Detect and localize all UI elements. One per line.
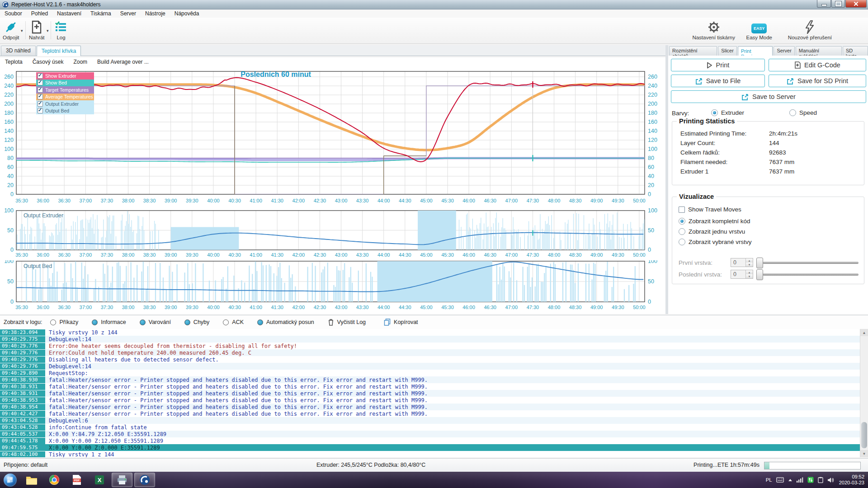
viz-radio-zobrazit-vybran-vrstvy[interactable]: Zobrazit vybrané vrstvy: [679, 239, 752, 245]
start-button[interactable]: [4, 474, 17, 487]
first-layer-spinner[interactable]: 0 ▲▼: [731, 258, 753, 267]
log-row[interactable]: 09:44:05.537X:0.00 Y:84.79 Z:12.050 E:35…: [0, 431, 868, 437]
log-row[interactable]: 09:40:29.776Error:Could not hold tempera…: [0, 349, 868, 356]
taskbar-clock[interactable]: 09:52 2020-03-23: [839, 474, 864, 486]
taskbar-explorer-button[interactable]: [21, 473, 42, 487]
speaker-icon[interactable]: [827, 477, 834, 483]
menu-item-n-pov-da[interactable]: Nápověda: [170, 10, 204, 17]
menu-item-n-stroje[interactable]: Nástroje: [141, 10, 170, 17]
log-row[interactable]: 09:40:29.775DebugLevel:14: [0, 336, 868, 343]
printer-settings-button[interactable]: Nastavení tiskárny: [692, 19, 735, 40]
maximize-button[interactable]: [831, 0, 845, 8]
chart-menu-zoom[interactable]: Zoom: [68, 58, 92, 66]
emergency-stop-button[interactable]: Nouzové přerušení: [788, 19, 832, 40]
legend-checkbox-icon[interactable]: [38, 101, 43, 107]
menu-item-soubor[interactable]: Soubor: [0, 10, 27, 17]
legend-checkbox-icon[interactable]: [38, 87, 43, 93]
edit-gcode-button[interactable]: Edit G-Code: [769, 59, 866, 71]
last-layer-slider[interactable]: [756, 269, 859, 279]
viz-radio-zobrazit-jednu-vrstvu[interactable]: Zobrazit jednu vrstvu: [679, 228, 745, 235]
log-row[interactable]: 09:40:29.776DebugLevel:14: [0, 363, 868, 370]
legend-item-show-bed[interactable]: Show Bed: [36, 80, 94, 87]
log-row[interactable]: 09:44:45.178X:0.00 Y:0.00 Z:12.050 E:355…: [0, 437, 868, 444]
log-view[interactable]: 09:38:23.094Tisky vrstvy 10 z 14409:40:2…: [0, 329, 868, 457]
sync-icon[interactable]: [807, 477, 814, 483]
taskbar-excel-button[interactable]: X: [89, 473, 110, 487]
close-button[interactable]: [845, 0, 867, 8]
log-filter-automatick-posun[interactable]: Automatický posun: [257, 319, 314, 325]
language-badge[interactable]: PL: [766, 477, 772, 483]
log-row[interactable]: 09:48:02.100Tisky vrstvy 1 z 144: [0, 451, 868, 457]
taskbar-repetier-host-button[interactable]: [134, 473, 155, 487]
clipboard-icon[interactable]: [818, 477, 823, 483]
log-row[interactable]: 09:40:42.427fatal:Heater/sensor error - …: [0, 410, 868, 417]
show-travel-moves-checkbox[interactable]: Show Travel Moves: [679, 206, 741, 213]
chart-menu-asov-sek[interactable]: Časový úsek: [28, 58, 69, 66]
copy-log-button[interactable]: Kopírovat: [384, 319, 418, 326]
scroll-down-icon[interactable]: ▼: [860, 450, 868, 457]
taskbar-chrome-button[interactable]: [44, 473, 65, 487]
colors-speed-radio[interactable]: Speed: [789, 109, 817, 116]
network-signal-icon[interactable]: [797, 477, 803, 483]
upload-dropdown[interactable]: ▾: [47, 28, 49, 33]
disconnect-button[interactable]: Odpojit: [3, 19, 19, 40]
log-filter-p-kazy[interactable]: Příkazy: [50, 319, 78, 325]
legend-item-show-extruder[interactable]: Show Extruder: [36, 72, 94, 80]
log-row[interactable]: 09:40:38.953fatal:Heater/sensor error - …: [0, 397, 868, 404]
log-filter-informace[interactable]: Informace: [92, 319, 126, 325]
menu-item-server[interactable]: Server: [116, 10, 141, 17]
log-toggle-button[interactable]: Log: [54, 19, 68, 40]
minimize-button[interactable]: [817, 0, 831, 8]
log-row[interactable]: 09:40:29.776Disabling all heaters due to…: [0, 356, 868, 363]
legend-checkbox-icon[interactable]: [38, 73, 43, 79]
legend-checkbox-icon[interactable]: [38, 94, 43, 99]
log-filter-chyby[interactable]: Chyby: [184, 319, 209, 325]
first-layer-slider[interactable]: [756, 258, 859, 267]
log-row[interactable]: 09:40:29.776Error:One heater seems decou…: [0, 343, 868, 349]
log-filter-varov-n[interactable]: Varování: [140, 319, 171, 325]
tab-rozm-st-n-objekt[interactable]: Rozmístění objektů: [669, 46, 717, 56]
log-row[interactable]: 09:43:04.528DebugLevel:6: [0, 417, 868, 424]
tab-manu-ln-ovl-d-n[interactable]: Manuální ovládání: [796, 46, 842, 56]
legend-checkbox-icon[interactable]: [38, 108, 43, 113]
legend-item-average-temperatures[interactable]: Average Temperatures: [36, 94, 94, 101]
legend-item-output-extruder[interactable]: Output Extruder: [36, 100, 94, 108]
tab-print-preview[interactable]: Print Preview: [738, 46, 773, 56]
last-layer-spinner[interactable]: 0 ▲▼: [731, 270, 753, 279]
log-row[interactable]: 09:40:38.931fatal:Heater/sensor error - …: [0, 383, 868, 390]
log-scrollbar[interactable]: ▲ ▼: [860, 329, 868, 457]
log-filter-ack[interactable]: ACK: [223, 319, 244, 325]
output-extruder-chart[interactable]: 00505010010035:3036:0036:3037:0037:3038:…: [0, 207, 665, 259]
save-to-file-button[interactable]: Save to File: [671, 75, 765, 87]
tab-server[interactable]: Server: [774, 46, 794, 56]
taskbar-pdf-viewer-button[interactable]: PDF: [66, 473, 87, 487]
log-row[interactable]: 09:38:23.094Tisky vrstvy 10 z 144: [0, 329, 868, 336]
keyboard-icon[interactable]: [776, 477, 784, 483]
print-button[interactable]: Print: [671, 59, 765, 71]
titlebar[interactable]: Repetier-Host V2.1.6 - mask4holders: [0, 0, 868, 9]
log-row[interactable]: 09:40:38.931fatal:Heater/sensor error - …: [0, 390, 868, 397]
easy-mode-button[interactable]: EASY Easy Mode: [746, 19, 772, 40]
legend-checkbox-icon[interactable]: [38, 80, 43, 85]
temperature-chart[interactable]: 0020204040606080801001001201201401401601…: [0, 69, 665, 206]
tab-teplotn-k-ivka[interactable]: Teplotní křivka: [37, 46, 81, 56]
tab-sd-karta[interactable]: SD karta: [843, 46, 868, 56]
scroll-up-icon[interactable]: ▲: [860, 329, 868, 336]
log-row[interactable]: 09:40:38.930fatal:Heater/sensor error - …: [0, 376, 868, 383]
save-to-server-button[interactable]: Save to Server: [671, 90, 866, 103]
output-bed-chart[interactable]: 00505010010035:3036:0036:3037:0037:3038:…: [0, 260, 665, 314]
log-row[interactable]: 09:40:29.890RequestStop:: [0, 370, 868, 376]
tab-3d-n-hled[interactable]: 3D náhled: [1, 46, 36, 56]
viz-radio-zobrazit-kompletn-k-d[interactable]: Zobrazit kompletní kód: [679, 218, 750, 225]
colors-extruder-radio[interactable]: Extruder: [711, 109, 744, 116]
menu-item-pohled[interactable]: Pohled: [27, 10, 52, 17]
log-row[interactable]: 09:43:04.528info:Continue from fatal sta…: [0, 424, 868, 431]
chart-menu-build-average-over[interactable]: Build Average over ...: [92, 58, 154, 66]
legend-item-output-bed[interactable]: Output Bed: [36, 108, 94, 115]
upload-button[interactable]: Nahrát: [29, 19, 45, 40]
taskbar-printer-tool-button[interactable]: [112, 473, 132, 487]
chart-menu-teplota[interactable]: Teplota: [0, 58, 28, 66]
tab-slicer[interactable]: Slicer: [718, 46, 737, 56]
clear-log-button[interactable]: Vyčistit Log: [328, 319, 366, 326]
disconnect-dropdown[interactable]: ▾: [21, 28, 23, 33]
